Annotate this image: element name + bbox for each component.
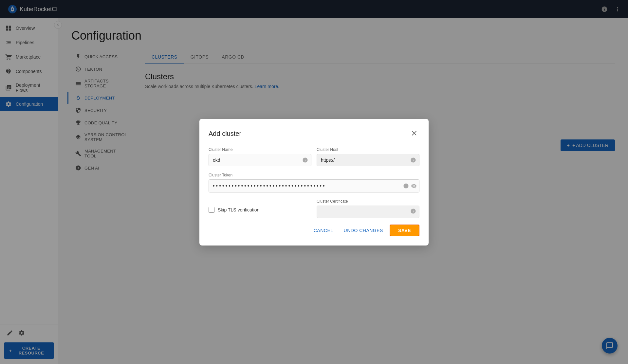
cluster-name-input[interactable] <box>209 154 311 166</box>
cluster-name-info-icon <box>302 157 308 163</box>
cluster-token-label: Cluster Token <box>209 173 419 177</box>
cluster-host-input[interactable] <box>317 154 419 166</box>
modal-footer: CANCEL UNDO CHANGES SAVE <box>209 225 419 236</box>
cluster-token-group: Cluster Token <box>209 173 419 192</box>
cluster-certificate-input-wrapper <box>317 206 419 218</box>
skip-tls-group: Skip TLS verification <box>209 199 311 213</box>
cluster-name-input-wrapper <box>209 154 311 166</box>
close-icon <box>410 129 418 137</box>
cluster-certificate-input[interactable] <box>317 206 419 218</box>
modal-title: Add cluster <box>209 130 241 137</box>
cluster-host-group: Cluster Host <box>317 147 419 166</box>
visibility-off-icon[interactable] <box>411 183 417 189</box>
info-icon <box>410 157 416 163</box>
cluster-token-input[interactable] <box>209 179 419 192</box>
cluster-host-input-wrapper <box>317 154 419 166</box>
skip-tls-label[interactable]: Skip TLS verification <box>218 207 259 212</box>
undo-changes-button[interactable]: UNDO CHANGES <box>340 225 387 236</box>
cluster-token-input-wrapper <box>209 179 419 192</box>
cluster-name-group: Cluster Name <box>209 147 311 166</box>
cert-info-icon <box>410 208 416 215</box>
form-row-name-host: Cluster Name Cluster Host <box>209 147 419 166</box>
modal-overlay[interactable]: Add cluster Cluster Name <box>0 0 628 364</box>
cluster-certificate-group: Cluster Certificate <box>317 199 419 218</box>
cluster-certificate-label: Cluster Certificate <box>317 199 419 204</box>
modal-header: Add cluster <box>209 128 419 139</box>
cluster-name-label: Cluster Name <box>209 147 311 152</box>
skip-tls-checkbox[interactable] <box>209 207 214 213</box>
cancel-button[interactable]: CANCEL <box>310 225 337 236</box>
info-icon <box>403 183 409 189</box>
add-cluster-modal: Add cluster Cluster Name <box>199 119 429 246</box>
info-icon <box>410 208 416 214</box>
info-icon <box>302 157 308 163</box>
row-tls-cert: Skip TLS verification Cluster Certificat… <box>209 199 419 219</box>
save-button[interactable]: SAVE <box>390 225 419 236</box>
cluster-host-label: Cluster Host <box>317 147 419 152</box>
cluster-token-icons <box>403 183 417 189</box>
cluster-host-info-icon <box>410 157 416 163</box>
modal-close-button[interactable] <box>409 128 419 139</box>
